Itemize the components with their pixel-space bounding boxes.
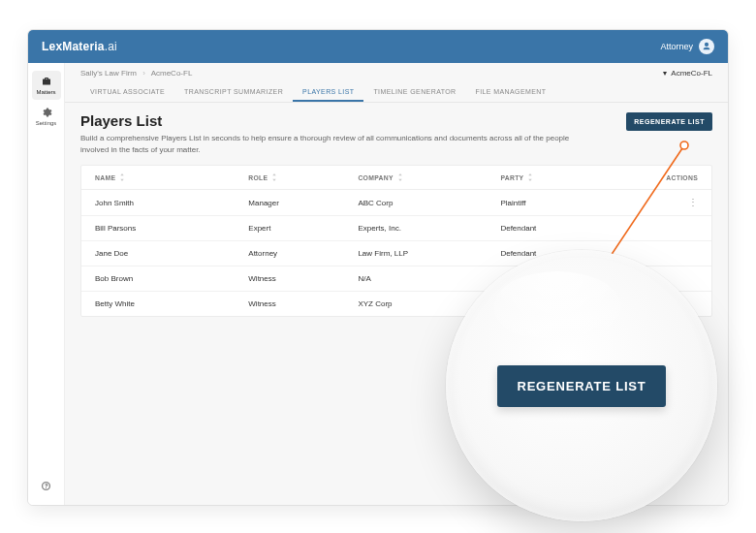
tab-timeline-generator[interactable]: TIMELINE GENERATOR [363, 83, 465, 102]
breadcrumb-firm[interactable]: Sally's Law Firm [80, 69, 137, 78]
tab-players-list[interactable]: PLAYERS LIST [293, 83, 363, 102]
cell-role: Witness [248, 299, 358, 308]
magnifier-callout: REGENERATE LIST [446, 250, 717, 521]
chevron-down-icon: ▾ [663, 69, 667, 78]
breadcrumb-row: Sally's Law Firm › AcmeCo-FL ▾ AcmeCo-FL [65, 63, 728, 78]
cell-company: Law Firm, LLP [358, 249, 500, 258]
user-icon [702, 42, 711, 51]
brand-suffix: .ai [105, 40, 117, 53]
avatar [699, 39, 714, 54]
cell-role: Manager [248, 199, 358, 207]
cell-role: Expert [248, 224, 358, 233]
gear-icon [41, 107, 52, 118]
sort-icon [397, 173, 403, 181]
breadcrumb-matter[interactable]: AcmeCo-FL [151, 69, 193, 78]
col-company[interactable]: COMPANY [358, 173, 500, 181]
table-row: Bill Parsons Expert Experts, Inc. Defend… [81, 216, 711, 241]
col-name[interactable]: NAME [95, 173, 248, 181]
tabs: VIRTUAL ASSOCIATE TRANSCRIPT SUMMARIZER … [65, 83, 728, 103]
brand-name: LexMateria [42, 40, 105, 53]
sort-icon [119, 173, 125, 181]
sidebar-item-settings[interactable]: Settings [32, 102, 61, 131]
table-row: John Smith Manager ABC Corp Plaintiff ⋮ [81, 190, 711, 216]
col-company-label: COMPANY [358, 174, 393, 181]
page-title: Players List [80, 112, 584, 129]
cell-role: Witness [248, 274, 358, 283]
col-actions: ACTIONS [621, 174, 698, 181]
row-actions-menu[interactable]: ⋮ [688, 198, 698, 207]
col-actions-label: ACTIONS [666, 174, 698, 181]
brand-logo: LexMateria.ai [42, 40, 117, 53]
sidebar-help[interactable] [41, 478, 51, 505]
briefcase-icon [41, 76, 52, 87]
table-header: NAME ROLE COMPANY PARTY [81, 166, 711, 190]
tab-file-management[interactable]: FILE MANAGEMENT [466, 83, 556, 102]
cell-name: Bob Brown [95, 274, 248, 283]
cell-company: N/A [358, 274, 500, 283]
user-menu[interactable]: Attorney [660, 39, 714, 54]
chevron-right-icon: › [142, 69, 145, 78]
cell-company: Experts, Inc. [358, 224, 500, 233]
cell-party: Plaintiff [500, 199, 620, 207]
heading-text: Players List Build a comprehensive Playe… [80, 112, 584, 155]
sort-icon [271, 173, 277, 181]
sidebar-item-label: Matters [36, 89, 55, 95]
sort-icon [527, 173, 533, 181]
topbar: LexMateria.ai Attorney [28, 30, 728, 63]
col-party[interactable]: PARTY [500, 173, 620, 181]
col-party-label: PARTY [500, 174, 523, 181]
breadcrumb: Sally's Law Firm › AcmeCo-FL [80, 69, 192, 78]
regenerate-list-button[interactable]: REGENERATE LIST [626, 112, 712, 131]
sidebar-item-matters[interactable]: Matters [32, 71, 61, 100]
sidebar: Matters Settings [28, 63, 65, 505]
tab-transcript-summarizer[interactable]: TRANSCRIPT SUMMARIZER [174, 83, 293, 102]
user-role-label: Attorney [660, 42, 693, 51]
col-role-label: ROLE [248, 174, 268, 181]
lens-highlight [494, 271, 620, 339]
col-role[interactable]: ROLE [248, 173, 358, 181]
matter-switcher-label: AcmeCo-FL [671, 69, 712, 78]
cell-name: John Smith [95, 199, 248, 207]
help-icon [41, 481, 51, 491]
cell-name: Betty White [95, 299, 248, 308]
col-name-label: NAME [95, 174, 115, 181]
cell-name: Jane Doe [95, 249, 248, 258]
page-description: Build a comprehensive Players List in se… [80, 133, 584, 155]
cell-name: Bill Parsons [95, 224, 248, 233]
matter-switcher[interactable]: ▾ AcmeCo-FL [663, 69, 712, 78]
cell-party: Defendant [500, 224, 620, 233]
heading-row: Players List Build a comprehensive Playe… [80, 112, 712, 155]
cell-company: ABC Corp [358, 199, 500, 207]
sidebar-item-label: Settings [36, 120, 57, 126]
cell-role: Attorney [248, 249, 358, 258]
tab-virtual-associate[interactable]: VIRTUAL ASSOCIATE [80, 83, 174, 102]
regenerate-list-button-zoom[interactable]: REGENERATE LIST [497, 365, 665, 407]
